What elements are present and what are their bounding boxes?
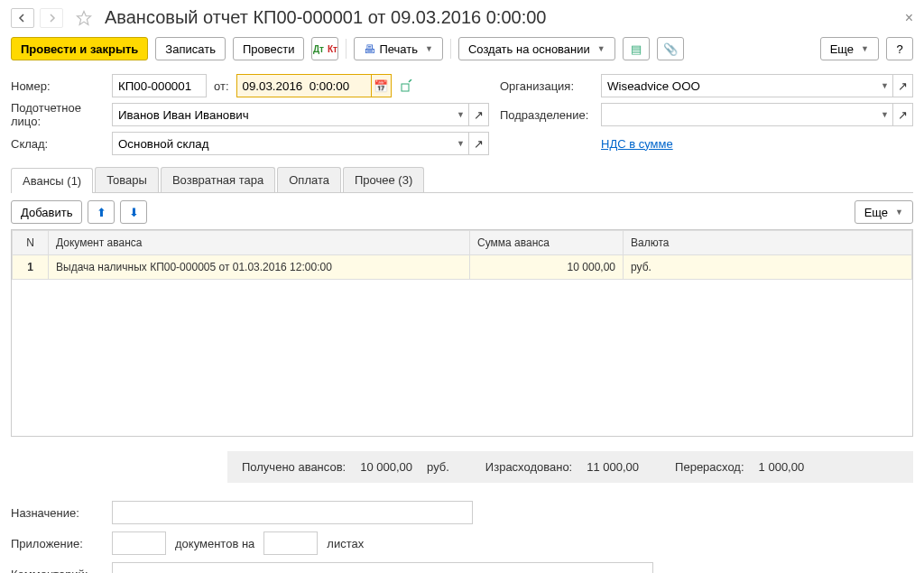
over-value: 1 000,00: [759, 460, 805, 474]
arrow-down-icon: ⬇: [129, 206, 139, 219]
number-input[interactable]: [112, 74, 207, 97]
from-label: от:: [214, 79, 229, 93]
add-row-button[interactable]: Добавить: [11, 200, 82, 224]
separator: [346, 39, 346, 59]
comment-input[interactable]: [112, 562, 653, 573]
chevron-down-icon: ▼: [881, 110, 889, 119]
org-input[interactable]: [601, 74, 873, 97]
table-row[interactable]: 1 Выдача наличных КП00-000005 от 01.03.2…: [13, 255, 912, 280]
received-label: Получено авансов:: [242, 460, 346, 474]
spent-value: 11 000,00: [587, 460, 639, 474]
over-label: Перерасход:: [675, 460, 744, 474]
separator: [450, 39, 451, 59]
help-button[interactable]: ?: [886, 37, 913, 60]
tab-containers[interactable]: Возвратная тара: [161, 167, 275, 192]
cell-doc[interactable]: Выдача наличных КП00-000005 от 01.03.201…: [49, 255, 470, 280]
save-button[interactable]: Записать: [155, 37, 226, 60]
col-n[interactable]: N: [13, 231, 49, 255]
vat-link[interactable]: НДС в сумме: [601, 137, 673, 151]
nav-back-button[interactable]: [11, 8, 34, 28]
page-title: Авансовый отчет КП00-000001 от 09.03.201…: [105, 7, 546, 28]
move-down-button[interactable]: ⬇: [120, 200, 147, 224]
dt-kt-button[interactable]: ДтКт: [311, 37, 338, 60]
comment-label: Комментарий:: [11, 568, 112, 574]
post-and-close-button[interactable]: Провести и закрыть: [11, 37, 148, 60]
edit-inline-icon[interactable]: [397, 74, 417, 97]
warehouse-input[interactable]: [112, 132, 449, 155]
favorite-star-icon[interactable]: [74, 8, 94, 28]
table-more-button[interactable]: Еще▼: [855, 200, 913, 224]
cell-sum[interactable]: 10 000,00: [470, 255, 624, 280]
tab-payment[interactable]: Оплата: [277, 167, 341, 192]
attach-docs-input[interactable]: [112, 531, 166, 555]
cell-cur[interactable]: руб.: [624, 255, 912, 280]
person-label: Подотчетное лицо:: [11, 101, 112, 128]
report-button[interactable]: ▤: [623, 37, 650, 60]
calendar-button[interactable]: 📅: [372, 74, 392, 97]
tab-other[interactable]: Прочее (3): [343, 167, 424, 192]
create-based-button[interactable]: Создать на основании▼: [458, 37, 615, 60]
org-dropdown-button[interactable]: ▼: [873, 74, 893, 97]
person-open-button[interactable]: ↗: [469, 103, 489, 126]
chevron-down-icon: ▼: [457, 110, 465, 119]
attachment-button[interactable]: 📎: [657, 37, 684, 60]
col-sum[interactable]: Сумма аванса: [470, 231, 624, 255]
dept-open-button[interactable]: ↗: [893, 103, 913, 126]
advances-table[interactable]: N Документ аванса Сумма аванса Валюта 1 …: [11, 229, 913, 437]
chevron-down-icon: ▼: [425, 44, 433, 53]
svg-rect-1: [402, 84, 409, 91]
dept-label: Подразделение:: [500, 108, 601, 122]
arrow-up-icon: ⬆: [97, 206, 106, 219]
document-icon: ▤: [631, 42, 642, 56]
more-button[interactable]: Еще▼: [820, 37, 879, 60]
cell-n[interactable]: 1: [13, 255, 49, 280]
open-icon: ↗: [898, 108, 908, 122]
chevron-down-icon: ▼: [895, 208, 903, 217]
post-button[interactable]: Провести: [233, 37, 305, 60]
received-value: 10 000,00: [360, 460, 412, 474]
attach-text2: листах: [327, 537, 364, 550]
date-input[interactable]: [236, 74, 372, 97]
summary-bar: Получено авансов: 10 000,00 руб. Израсхо…: [227, 451, 913, 483]
chevron-down-icon: ▼: [881, 81, 889, 90]
purpose-label: Назначение:: [11, 506, 112, 520]
svg-marker-0: [78, 11, 91, 24]
open-icon: ↗: [474, 137, 484, 151]
org-open-button[interactable]: ↗: [893, 74, 913, 97]
warehouse-open-button[interactable]: ↗: [469, 132, 489, 155]
col-doc[interactable]: Документ аванса: [49, 231, 470, 255]
number-label: Номер:: [11, 79, 112, 93]
nav-forward-button[interactable]: [40, 8, 63, 28]
print-button[interactable]: 🖶Печать▼: [354, 37, 443, 60]
warehouse-label: Склад:: [11, 137, 112, 151]
org-label: Организация:: [500, 79, 601, 93]
dept-dropdown-button[interactable]: ▼: [873, 103, 893, 126]
person-dropdown-button[interactable]: ▼: [449, 103, 469, 126]
paperclip-icon: 📎: [663, 42, 678, 56]
calendar-icon: 📅: [374, 79, 388, 93]
person-input[interactable]: [112, 103, 449, 126]
chevron-down-icon: ▼: [457, 139, 465, 148]
dept-input[interactable]: [601, 103, 873, 126]
close-icon[interactable]: ×: [905, 10, 913, 26]
attach-sheets-input[interactable]: [263, 531, 318, 555]
col-cur[interactable]: Валюта: [624, 231, 912, 255]
attach-text1: документов на: [175, 537, 254, 550]
tab-advances[interactable]: Авансы (1): [11, 168, 93, 193]
move-up-button[interactable]: ⬆: [88, 200, 115, 224]
warehouse-dropdown-button[interactable]: ▼: [449, 132, 469, 155]
open-icon: ↗: [474, 108, 484, 122]
attachment-label: Приложение:: [11, 537, 112, 550]
purpose-input[interactable]: [112, 501, 473, 524]
open-icon: ↗: [898, 79, 908, 93]
printer-icon: 🖶: [364, 42, 375, 56]
received-cur: руб.: [427, 460, 449, 474]
spent-label: Израсходовано:: [485, 460, 572, 474]
chevron-down-icon: ▼: [861, 44, 869, 53]
tab-goods[interactable]: Товары: [95, 167, 159, 192]
chevron-down-icon: ▼: [597, 44, 605, 53]
